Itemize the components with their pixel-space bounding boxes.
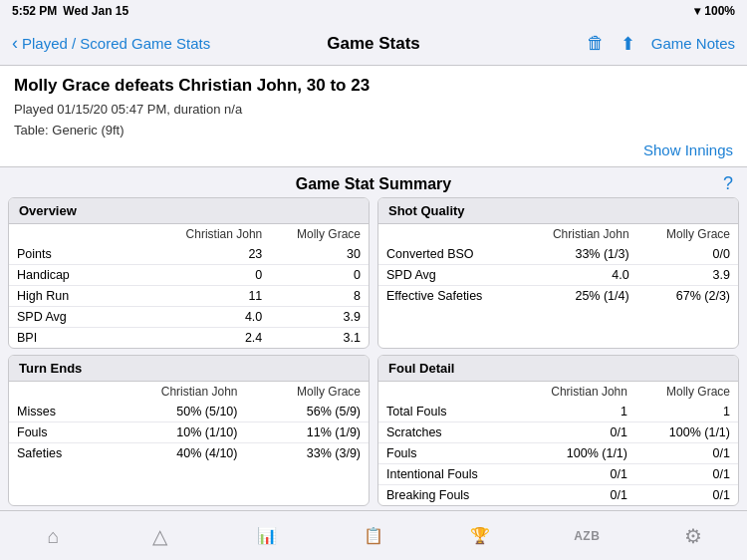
table-cell: Scratches (378, 421, 517, 442)
table-cell: High Run (9, 285, 156, 306)
table-cell: 10% (1/10) (103, 421, 245, 442)
table-row: SPD Avg4.03.9 (378, 264, 738, 285)
table-cell: SPD Avg (378, 264, 520, 285)
table-cell: Fouls (378, 442, 517, 463)
table-cell: Total Fouls (378, 402, 517, 422)
table-row: Handicap00 (9, 264, 369, 285)
table-row: High Run118 (9, 285, 369, 306)
table-cell: 0/0 (637, 244, 738, 265)
home-icon: ⌂ (48, 526, 60, 546)
table-cell: 56% (5/9) (246, 402, 370, 422)
table-cell: 1 (517, 402, 635, 422)
table-row: Breaking Fouls0/10/1 (378, 484, 738, 505)
table-row: BPI2.43.1 (9, 327, 369, 348)
foul-detail-header: Foul Detail (378, 356, 738, 382)
summary-title: Game Stat Summary (296, 175, 452, 193)
table-cell: SPD Avg (9, 306, 156, 327)
game-notes-button[interactable]: Game Notes (651, 35, 735, 52)
table-cell: 3.9 (637, 264, 738, 285)
date: Wed Jan 15 (63, 4, 128, 18)
table-cell: 0/1 (517, 484, 635, 505)
table-cell: 40% (4/10) (103, 442, 245, 463)
tab-game-stats[interactable]: 📋 (320, 528, 426, 544)
overview-col-1: Christian John (156, 224, 270, 244)
tab-home[interactable]: ⌂ (0, 526, 107, 546)
table-cell: Handicap (9, 264, 156, 285)
table-cell: Effective Safeties (378, 285, 520, 306)
sq-col-1: Christian John (520, 224, 636, 244)
table-cell: 2.4 (156, 327, 270, 348)
table-cell: 11 (156, 285, 270, 306)
table-cell: Misses (9, 402, 103, 422)
gear-icon: ⚙ (684, 526, 702, 546)
table-cell: Intentional Fouls (378, 463, 517, 484)
game-meta-1: Played 01/15/20 05:47 PM, duration n/a (14, 100, 733, 121)
turn-col-0 (9, 382, 103, 402)
table-cell: 0 (270, 264, 369, 285)
table-cell: Penalties (378, 505, 517, 506)
summary-section: Game Stat Summary ? Overview Christian J… (0, 167, 747, 516)
table-row: Total Fouls11 (378, 402, 738, 422)
fd-col-1: Christian John (517, 382, 635, 402)
share-icon[interactable]: ⬆ (621, 33, 635, 55)
table-row: Intentional Fouls0/10/1 (378, 463, 738, 484)
show-innings-row: Show Innings (14, 140, 733, 160)
table-row: Avg Time Per Shotn/an/a (9, 348, 369, 349)
status-bar: 5:52 PM Wed Jan 15 ▾ 100% (0, 0, 747, 22)
tab-bar: ⌂ △ 📊 📋 🏆 AZB ⚙ (0, 510, 747, 560)
show-innings-button[interactable]: Show Innings (643, 140, 733, 160)
table-row: Penalties00 (378, 505, 738, 506)
table-cell: 0 (156, 264, 270, 285)
table-cell: Points (9, 244, 156, 265)
table-cell: 25% (1/4) (520, 285, 636, 306)
tables-row: Overview Christian John Molly Grace Poin… (0, 197, 747, 506)
table-cell: 100% (1/1) (635, 421, 738, 442)
table-cell: 4.0 (156, 306, 270, 327)
tab-billiards[interactable]: △ (107, 526, 213, 546)
table-cell: n/a (156, 348, 270, 349)
tab-stats[interactable]: 📊 (213, 528, 320, 544)
turn-ends-table: Turn Ends Christian John Molly Grace Mis… (8, 355, 370, 506)
tab-trophy[interactable]: 🏆 (427, 528, 534, 544)
table-cell: 23 (156, 244, 270, 265)
trash-icon[interactable]: 🗑 (587, 33, 605, 54)
table-cell: Breaking Fouls (378, 484, 517, 505)
table-cell: n/a (270, 348, 369, 349)
table-cell: Converted BSO (378, 244, 520, 265)
overview-col-0 (9, 224, 156, 244)
shot-quality-table: Shot Quality Christian John Molly Grace … (377, 197, 739, 349)
time: 5:52 PM (12, 4, 57, 18)
table-cell: Fouls (9, 421, 103, 442)
table-cell: 30 (270, 244, 369, 265)
overview-col-2: Molly Grace (270, 224, 369, 244)
tab-azb[interactable]: AZB (534, 530, 640, 542)
shot-quality-header: Shot Quality (378, 198, 738, 224)
overview-table: Overview Christian John Molly Grace Poin… (8, 197, 370, 349)
nav-bar: ‹ Played / Scored Game Stats Game Stats … (0, 22, 747, 66)
table-cell: 50% (5/10) (103, 402, 245, 422)
help-icon[interactable]: ? (723, 173, 733, 194)
battery: 100% (704, 4, 735, 18)
table-cell: 3.9 (270, 306, 369, 327)
azb-label: AZB (574, 530, 600, 542)
back-button[interactable]: ‹ Played / Scored Game Stats (12, 33, 210, 54)
tab-settings[interactable]: ⚙ (640, 526, 747, 546)
status-bar-right: ▾ 100% (694, 4, 735, 18)
table-row: Effective Safeties25% (1/4)67% (2/3) (378, 285, 738, 306)
billiards-icon: △ (152, 526, 167, 546)
table-cell: 11% (1/9) (246, 421, 370, 442)
back-label: Played / Scored Game Stats (22, 35, 210, 52)
wifi-icon: ▾ (694, 4, 700, 18)
status-bar-left: 5:52 PM Wed Jan 15 (12, 4, 128, 18)
table-cell: 4.0 (520, 264, 636, 285)
table-cell: 1 (635, 402, 738, 422)
trophy-icon: 🏆 (470, 528, 490, 544)
table-row: Safeties40% (4/10)33% (3/9) (9, 442, 369, 463)
table-row: Converted BSO33% (1/3)0/0 (378, 244, 738, 265)
turn-col-2: Molly Grace (246, 382, 370, 402)
fd-col-0 (378, 382, 517, 402)
overview-header: Overview (9, 198, 369, 224)
table-cell: 3.1 (270, 327, 369, 348)
table-row: Scratches0/1100% (1/1) (378, 421, 738, 442)
table-cell: 0/1 (517, 463, 635, 484)
